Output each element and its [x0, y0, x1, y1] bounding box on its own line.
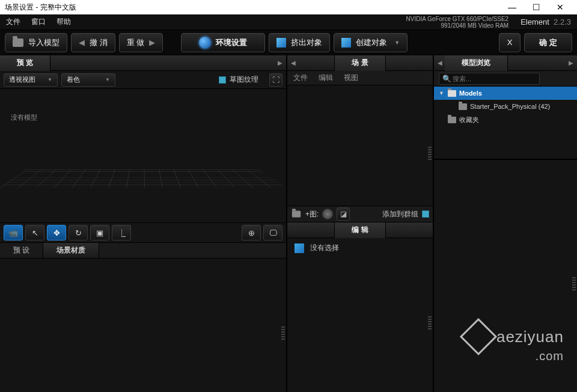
model-tree[interactable]: ▼ModelsStarter_Pack_Physical (42)收藏夹: [434, 87, 577, 159]
select-tool[interactable]: ↖: [25, 225, 44, 240]
preview-controls: 透视视图▼ 着色▼ 草图纹理 ⛶: [0, 71, 286, 89]
titlebar: 场景设置 - 完整中文版 — ☐ ✕: [0, 0, 577, 14]
chevron-right-icon[interactable]: ▶: [278, 60, 282, 66]
fullscreen-button[interactable]: ⛶: [269, 73, 282, 87]
folder-icon: [448, 117, 456, 123]
tree-label: Models: [459, 90, 482, 97]
move-tool[interactable]: ✥: [47, 225, 66, 240]
scene-materials-tab[interactable]: 场景材质: [43, 243, 99, 258]
shading-dropdown-label: 着色: [67, 75, 80, 84]
draft-texture-label: 草图纹理: [230, 75, 258, 85]
add-to-group-checkbox[interactable]: [422, 210, 429, 218]
gpu-name: NVIDIA GeForce GTX 660/PCIe/SSE2: [406, 16, 509, 22]
tree-row[interactable]: ▼Models: [434, 87, 577, 100]
scene-header: ◀ 场 景: [287, 55, 433, 71]
drag-handle[interactable]: [281, 325, 285, 340]
shading-dropdown[interactable]: 着色▼: [61, 73, 115, 87]
import-label: 导入模型: [28, 37, 60, 48]
folder-icon: [448, 90, 456, 97]
top-toolbar: 导入模型 ◀撤 消 重 做▶ 环境设置 挤出对象 创建对象 ▼ X 确 定: [0, 30, 577, 55]
menu-window[interactable]: 窗口: [31, 17, 46, 27]
scene-menu-file[interactable]: 文件: [293, 73, 308, 83]
extrude-label: 挤出对象: [291, 37, 322, 48]
preview-tab[interactable]: 预 览: [0, 55, 50, 71]
folder-icon: [459, 103, 467, 110]
watermark-sub: .com: [536, 349, 564, 363]
target-tool[interactable]: ⊕: [242, 225, 261, 240]
viewport-toolbar: 📹 ↖ ✥ ↻ ▣ ⎿ ⊕ 🖵: [0, 222, 286, 243]
chevron-left-icon[interactable]: ◀: [438, 60, 442, 66]
preview-viewport[interactable]: 没有模型: [0, 89, 286, 222]
scale-tool[interactable]: ▣: [90, 225, 109, 240]
draft-texture-checkbox[interactable]: [219, 76, 226, 84]
tree-row[interactable]: Starter_Pack_Physical (42): [434, 100, 577, 113]
search-icon: 🔍: [442, 75, 451, 83]
create-object-button[interactable]: 创建对象 ▼: [334, 33, 408, 52]
undo-button[interactable]: ◀撤 消: [71, 33, 115, 52]
globe-icon: [199, 37, 211, 49]
import-model-button[interactable]: 导入模型: [5, 33, 67, 52]
presets-tabs: 预 设 场景材质: [0, 243, 286, 259]
env-label: 环境设置: [216, 37, 247, 48]
rotate-tool[interactable]: ↻: [69, 225, 88, 240]
left-column: 预 览 ▶ 透视视图▼ 着色▼ 草图纹理 ⛶ 没有模型 📹 ↖ ✥ ↻ ▣ ⎿: [0, 55, 287, 392]
scene-submenu: 文件 编辑 视图: [287, 71, 433, 85]
add-image-label: +图:: [305, 209, 319, 219]
view-dropdown[interactable]: 透视视图▼: [4, 73, 58, 87]
scene-menu-view[interactable]: 视图: [344, 73, 358, 83]
edit-empty-row: 没有选择: [287, 238, 433, 258]
extrude-icon: [276, 38, 286, 47]
gpu-vram: 991/2048 MB Video RAM: [406, 22, 509, 29]
presets-content[interactable]: [0, 259, 286, 392]
folder-icon[interactable]: [292, 210, 301, 217]
edit-header: 编 辑: [287, 222, 433, 238]
cancel-x-button[interactable]: X: [499, 33, 521, 52]
ok-button[interactable]: 确 定: [524, 33, 572, 52]
undo-label: 撤 消: [90, 37, 108, 48]
extrude-button[interactable]: 挤出对象: [269, 33, 330, 52]
preview-header: 预 览 ▶: [0, 55, 286, 71]
maximize-button[interactable]: ☐: [524, 0, 548, 14]
middle-column: ◀ 场 景 文件 编辑 视图 +图: ◪ 添加到群组 编 辑: [287, 55, 434, 392]
drag-handle[interactable]: [572, 276, 576, 290]
chevron-left-icon[interactable]: ◀: [291, 60, 296, 66]
drag-handle[interactable]: [428, 315, 432, 329]
search-row: 🔍: [434, 71, 577, 87]
menu-help[interactable]: 帮助: [56, 17, 71, 27]
scene-tab[interactable]: 场 景: [334, 55, 385, 71]
drag-handle[interactable]: [428, 145, 432, 160]
chevron-down-icon: ▼: [394, 40, 400, 46]
grid-floor: [0, 170, 286, 188]
scene-tree-area[interactable]: [287, 85, 433, 206]
brand-version: 2.2.3: [554, 17, 571, 26]
cube-icon: [295, 243, 304, 253]
camera-tool[interactable]: 📹: [4, 225, 23, 240]
brand-name: Element: [521, 17, 549, 26]
menu-file[interactable]: 文件: [6, 17, 20, 27]
edit-tab[interactable]: 编 辑: [334, 222, 385, 238]
create-label: 创建对象: [356, 37, 387, 48]
folder-icon: [13, 38, 23, 47]
hex-icon: [465, 323, 492, 350]
sphere-icon[interactable]: [322, 209, 333, 219]
environment-button[interactable]: 环境设置: [181, 33, 265, 52]
view-dropdown-label: 透视视图: [9, 75, 35, 84]
tree-row[interactable]: 收藏夹: [434, 113, 577, 126]
model-browser-tab[interactable]: 模型浏览: [445, 55, 508, 71]
close-button[interactable]: ✕: [548, 0, 572, 14]
tree-label: 收藏夹: [459, 115, 479, 124]
scene-menu-edit[interactable]: 编辑: [319, 73, 333, 83]
display-tool[interactable]: 🖵: [263, 225, 282, 240]
disclosure-icon[interactable]: ▼: [439, 90, 445, 96]
cube-icon: [341, 38, 351, 47]
search-input[interactable]: [439, 73, 540, 85]
presets-tab[interactable]: 预 设: [0, 243, 43, 258]
edit-content: 没有选择: [287, 238, 433, 392]
minimize-button[interactable]: —: [500, 0, 524, 14]
chevron-right-icon[interactable]: ▶: [569, 60, 573, 66]
browser-header: ◀ 模型浏览 ▶: [434, 55, 577, 71]
plane-icon[interactable]: ◪: [337, 207, 350, 221]
redo-button[interactable]: 重 做▶: [119, 33, 163, 52]
anchor-tool[interactable]: ⎿: [112, 225, 131, 240]
redo-label: 重 做: [127, 37, 145, 48]
